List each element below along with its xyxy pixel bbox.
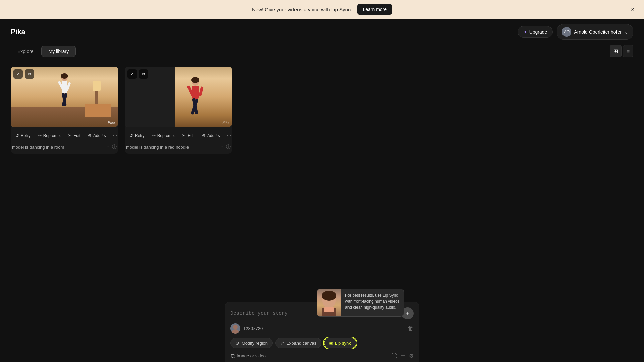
- prompt-meta-row: 1280×720 🗑: [230, 323, 414, 334]
- lip-sync-tooltip: For best results, use Lip Sync with fron…: [317, 289, 404, 317]
- video-card-1: ↗ ⧉ Pika ↺ Retry ✏ Reprompt ✂ Edit ⊕ Add…: [11, 67, 118, 154]
- more-button-2[interactable]: ⋯: [224, 130, 234, 141]
- header-right: ✦ Upgrade AO Arnold Oberleiter hofer ⌄: [518, 24, 633, 40]
- aspect-ratio-button[interactable]: ▭: [400, 353, 406, 359]
- modify-region-button[interactable]: ⊙ Modify region: [230, 338, 273, 348]
- grid-view-button[interactable]: ⊞: [610, 45, 622, 57]
- add4s-button-2[interactable]: ⊕ Add 4s: [199, 131, 223, 140]
- pika-watermark-1: Pika: [108, 120, 115, 124]
- nav-row: Explore My library ⊞ ≡: [0, 45, 644, 61]
- tooltip-face-image: [317, 289, 341, 316]
- svg-rect-8: [192, 86, 199, 99]
- add4s-button-1[interactable]: ⊕ Add 4s: [85, 131, 109, 140]
- lip-sync-highlight: ◉ Lip sync: [324, 338, 356, 348]
- caption-row-2: model is dancing in a red hoodie ↑ ⓘ: [125, 143, 232, 154]
- svg-point-15: [322, 291, 336, 301]
- fullscreen-icon-button[interactable]: ⛶: [392, 353, 397, 359]
- avatar: AO: [562, 27, 571, 37]
- tooltip-text: For best results, use Lip Sync with fron…: [345, 289, 404, 314]
- add4s-icon: ⊕: [88, 133, 92, 138]
- overlay-icons-2: ↗ ⧉: [127, 69, 148, 79]
- reprompt-icon-2: ✏: [152, 133, 156, 138]
- expand-canvas-label: Expand canvas: [286, 341, 316, 346]
- chevron-down-icon: ⌄: [624, 29, 628, 35]
- copy-icon-2[interactable]: ⧉: [139, 69, 148, 79]
- retry-button-2[interactable]: ↺ Retry: [126, 131, 148, 140]
- image-video-icon: 🖼: [230, 353, 235, 358]
- caption-row-1: model is dancing in a room ↑ ⓘ: [11, 143, 118, 154]
- list-view-button[interactable]: ≡: [623, 45, 633, 57]
- modify-region-label: Modify region: [241, 341, 268, 346]
- caption-icons-1: ↑ ⓘ: [107, 144, 117, 150]
- modify-region-icon: ⊙: [235, 340, 239, 346]
- user-menu-button[interactable]: AO Arnold Oberleiter hofer ⌄: [557, 24, 633, 40]
- svg-point-18: [233, 325, 238, 329]
- info-icon-2[interactable]: ⓘ: [226, 144, 231, 150]
- share-icon[interactable]: ↑: [107, 144, 109, 150]
- svg-point-19: [232, 329, 239, 334]
- lip-sync-icon: ◉: [329, 340, 333, 346]
- header: Pika ✦ Upgrade AO Arnold Oberleiter hofe…: [0, 19, 644, 45]
- expand-canvas-button[interactable]: ⤢ Expand canvas: [275, 338, 321, 348]
- prompt-panel: For best results, use Lip Sync with fron…: [225, 302, 419, 362]
- banner-text: New! Give your videos a voice with Lip S…: [252, 7, 352, 12]
- info-icon[interactable]: ⓘ: [112, 144, 117, 150]
- video-grid: ↗ ⧉ Pika ↺ Retry ✏ Reprompt ✂ Edit ⊕ Add…: [0, 61, 644, 159]
- logo: Pika: [11, 27, 25, 36]
- prompt-avatar: [230, 323, 240, 334]
- retry-icon: ↺: [15, 133, 19, 138]
- video-thumbnail-2[interactable]: Pika ↗ ⧉: [125, 67, 232, 127]
- svg-point-13: [191, 77, 199, 83]
- image-video-button[interactable]: 🖼 Image or video: [230, 353, 266, 358]
- list-icon: ≡: [627, 48, 630, 54]
- expand-canvas-icon: ⤢: [280, 340, 284, 346]
- edit-button-2[interactable]: ✂ Edit: [179, 131, 198, 140]
- more-button-1[interactable]: ⋯: [110, 130, 120, 141]
- reprompt-button-2[interactable]: ✏ Reprompt: [149, 131, 178, 140]
- thumb-dancer-area: Pika: [175, 67, 232, 127]
- upgrade-button[interactable]: ✦ Upgrade: [518, 26, 553, 38]
- prompt-delete-button[interactable]: 🗑: [408, 325, 414, 332]
- overlay-icons-1: ↗ ⧉: [13, 69, 34, 79]
- announcement-banner: New! Give your videos a voice with Lip S…: [0, 0, 644, 19]
- upgrade-label: Upgrade: [529, 29, 547, 35]
- view-toggle: ⊞ ≡: [610, 45, 633, 57]
- video-card-2: Pika ↗ ⧉ ↺ Retry ✏ Reprompt ✂ Edit ⊕ Add: [125, 67, 232, 154]
- banner-close-button[interactable]: ×: [628, 5, 637, 14]
- learn-more-button[interactable]: Learn more: [357, 4, 392, 15]
- action-bar-2: ↺ Retry ✏ Reprompt ✂ Edit ⊕ Add 4s ⋯: [125, 127, 232, 143]
- tab-my-library[interactable]: My library: [41, 46, 76, 57]
- caption-icons-2: ↑ ⓘ: [221, 144, 231, 150]
- tab-explore[interactable]: Explore: [11, 46, 40, 57]
- reprompt-button-1[interactable]: ✏ Reprompt: [35, 131, 64, 140]
- star-icon: ✦: [523, 29, 527, 35]
- settings-button[interactable]: ⚙: [409, 353, 414, 359]
- prompt-avatar-size: 1280×720: [230, 323, 263, 334]
- copy-icon[interactable]: ⧉: [25, 69, 34, 79]
- caption-2: model is dancing in a red hoodie: [126, 145, 189, 150]
- video-thumbnail-1[interactable]: ↗ ⧉ Pika: [11, 67, 118, 127]
- external-link-icon[interactable]: ↗: [13, 69, 23, 79]
- svg-rect-12: [199, 86, 204, 96]
- prompt-bottom-row: 🖼 Image or video ⛶ ▭ ⚙: [230, 350, 414, 359]
- external-link-icon-2[interactable]: ↗: [127, 69, 137, 79]
- share-icon-2[interactable]: ↑: [221, 144, 223, 150]
- edit-button-1[interactable]: ✂ Edit: [65, 131, 84, 140]
- reprompt-icon: ✏: [38, 133, 42, 138]
- lip-sync-button[interactable]: ◉ Lip sync: [324, 338, 356, 348]
- edit-icon: ✂: [68, 133, 72, 138]
- user-name: Arnold Oberleiter hofer: [574, 29, 622, 35]
- lip-sync-label: Lip sync: [335, 341, 351, 346]
- nav-tabs: Explore My library: [11, 46, 76, 57]
- grid-icon: ⊞: [613, 48, 618, 54]
- prompt-size: 1280×720: [243, 326, 263, 331]
- retry-button-1[interactable]: ↺ Retry: [12, 131, 34, 140]
- add4s-icon-2: ⊕: [202, 133, 206, 138]
- svg-point-6: [61, 73, 68, 79]
- retry-icon-2: ↺: [129, 133, 133, 138]
- plus-icon: +: [406, 310, 410, 317]
- prompt-tools-row: ⊙ Modify region ⤢ Expand canvas ◉ Lip sy…: [230, 338, 414, 348]
- svg-rect-17: [324, 307, 334, 312]
- image-video-label: Image or video: [237, 353, 266, 358]
- caption-1: model is dancing in a room: [12, 145, 64, 150]
